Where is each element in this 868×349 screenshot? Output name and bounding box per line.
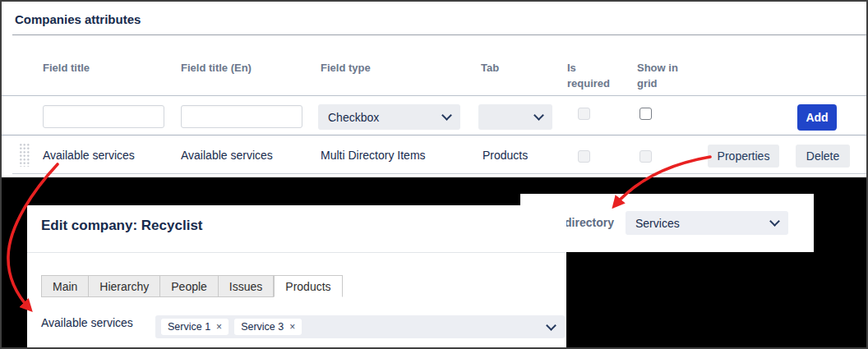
column-header-field-title-en: Field title (En) (181, 60, 252, 76)
properties-button[interactable]: Properties (708, 145, 779, 168)
column-header-field-title: Field title (43, 60, 90, 76)
chip-service-1: Service 1 × (161, 319, 229, 335)
tab-main[interactable]: Main (41, 275, 89, 297)
chip-label: Service 1 (168, 321, 210, 333)
field-type-select[interactable]: Checkbox (318, 104, 460, 130)
field-title-en-input[interactable] (181, 105, 302, 128)
column-header-show-in-grid: Show in grid (637, 60, 688, 91)
user-directory-selected-value: Services (635, 217, 680, 230)
tab-select[interactable] (478, 104, 552, 130)
cell-field-title: Available services (43, 149, 135, 162)
table-bottom-divider (12, 173, 866, 174)
add-button[interactable]: Add (797, 104, 837, 131)
remove-icon[interactable]: × (289, 321, 295, 333)
tab-products[interactable]: Products (274, 275, 342, 297)
row-is-required-checkbox[interactable] (578, 150, 590, 163)
row-show-in-grid-checkbox[interactable] (639, 150, 652, 163)
drag-handle-icon[interactable] (19, 143, 30, 167)
tab-hierarchy[interactable]: Hierarchy (89, 275, 160, 297)
field-title-input[interactable] (43, 105, 164, 128)
chip-service-3: Service 3 × (234, 319, 302, 335)
column-header-tab: Tab (481, 60, 499, 76)
header-divider (2, 95, 866, 96)
cell-field-title-en: Available services (181, 149, 273, 162)
remove-icon[interactable]: × (216, 321, 222, 333)
field-type-selected-value: Checkbox (328, 111, 379, 124)
companies-attributes-section: Companies attributes Field title Field t… (2, 2, 866, 177)
available-services-multiselect[interactable]: Service 1 × Service 3 × (155, 315, 565, 338)
screenshot-frame: Companies attributes Field title Field t… (0, 0, 868, 349)
delete-button[interactable]: Delete (796, 145, 850, 168)
column-header-is-required: Is required (567, 60, 615, 91)
edit-title-divider (27, 252, 566, 253)
section-title: Companies attributes (15, 12, 141, 26)
cell-field-type: Multi Directory Items (321, 149, 426, 162)
title-divider (12, 34, 866, 35)
chevron-down-icon (441, 110, 452, 121)
tab-people[interactable]: People (160, 275, 219, 297)
edit-company-panel: Edit company: Recyclist Main Hierarchy P… (27, 205, 566, 347)
tab-issues[interactable]: Issues (219, 275, 274, 297)
column-header-field-type: Field type (321, 60, 371, 76)
edit-company-tabs: Main Hierarchy People Issues Products (41, 275, 343, 297)
user-directory-select[interactable]: Services (626, 211, 788, 235)
row-divider (2, 135, 866, 135)
chevron-down-icon (533, 110, 544, 121)
chevron-down-icon (546, 320, 556, 331)
chevron-down-icon (769, 216, 780, 227)
show-in-grid-checkbox[interactable] (639, 108, 652, 120)
is-required-checkbox[interactable] (578, 108, 590, 120)
cell-tab: Products (482, 149, 528, 162)
available-services-label: Available services (41, 316, 133, 329)
chip-label: Service 3 (241, 321, 284, 333)
edit-company-title: Edit company: Recyclist (41, 218, 203, 234)
